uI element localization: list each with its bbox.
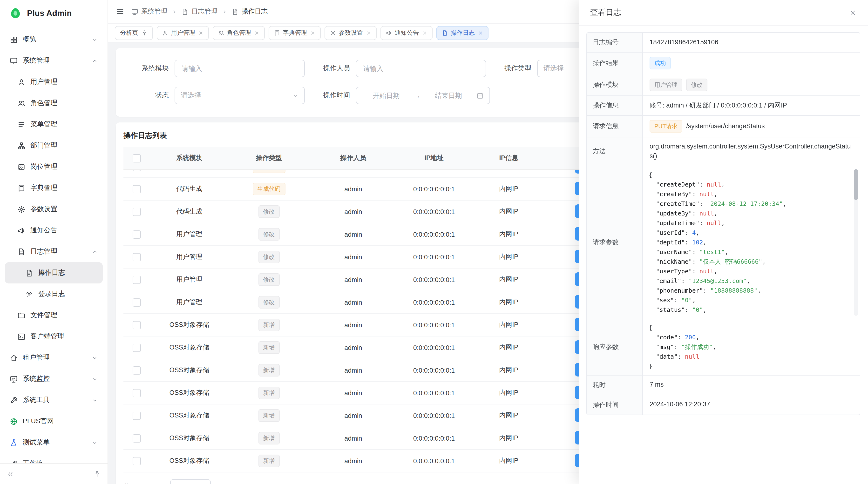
sidebar-item-role-mgmt[interactable]: 角色管理 (5, 93, 103, 114)
pin-sidebar-icon[interactable] (94, 470, 101, 478)
cell-operator: admin (309, 169, 398, 178)
cell-ip: 0:0:0:0:0:0:0:1 (398, 291, 470, 314)
sidebar-item-operation-log[interactable]: 操作日志 (5, 262, 103, 284)
tab-role-mgmt[interactable]: 角色管理 (212, 26, 265, 40)
tab-label: 用户管理 (171, 29, 195, 37)
close-icon[interactable] (849, 9, 857, 16)
tab-user-mgmt[interactable]: 用户管理 (156, 26, 209, 40)
row-checkbox[interactable] (132, 434, 141, 442)
row-checkbox[interactable] (132, 207, 141, 216)
op-type-badge: 新增 (258, 364, 279, 377)
sidebar-item-tenant-mgmt[interactable]: 租户管理 (5, 347, 103, 368)
sidebar-item-plus-site[interactable]: PLUS官网 (5, 411, 103, 432)
sidebar-item-file-mgmt[interactable]: 文件管理 (5, 305, 103, 326)
detail-label: 耗时 (587, 375, 643, 394)
sidebar-item-system-tools[interactable]: 系统工具 (5, 389, 103, 411)
code-scrollbar-thumb[interactable] (854, 169, 858, 200)
end-date-input[interactable] (424, 91, 472, 100)
sidebar-item-dept-mgmt[interactable]: 部门管理 (5, 135, 103, 156)
row-checkbox[interactable] (132, 389, 141, 397)
book-icon (18, 184, 26, 192)
cell-ip-info: 内网IP (470, 169, 547, 178)
filter-daterange-time[interactable]: → (356, 87, 490, 104)
row-checkbox[interactable] (132, 412, 141, 420)
tab-close-icon[interactable] (198, 30, 203, 35)
http-method-badge: PUT请求 (650, 120, 682, 133)
sidebar-item-param-settings[interactable]: 参数设置 (5, 199, 103, 220)
row-checkbox[interactable] (132, 253, 141, 261)
tab-operation-log[interactable]: 操作日志 (436, 26, 488, 40)
cell-ip: 0:0:0:0:0:0:0:1 (398, 314, 470, 336)
json-code-block: { "createDept": null, "createBy": null, … (649, 170, 854, 315)
tab-close-icon[interactable] (366, 30, 371, 35)
start-date-input[interactable] (362, 91, 410, 100)
hamburger-menu-icon[interactable] (116, 7, 124, 16)
detail-row-method: 方法org.dromara.system.controller.system.S… (587, 137, 860, 166)
sidebar-item-label: PLUS官网 (23, 417, 98, 426)
sidebar-item-system-mgmt[interactable]: 系统管理 (5, 50, 103, 71)
tab-param-settings[interactable]: 参数设置 (324, 26, 376, 40)
sidebar-item-system-monitor[interactable]: 系统监控 (5, 368, 103, 389)
breadcrumb-item[interactable]: 操作日志 (231, 7, 268, 16)
tab-dict-mgmt[interactable]: 字典管理 (268, 26, 320, 40)
column-header: IP信息 (470, 147, 547, 169)
sidebar-item-dict-mgmt[interactable]: 字典管理 (5, 178, 103, 199)
select-placeholder: 请选择 (544, 64, 564, 73)
detail-label: 操作结果 (587, 53, 643, 74)
filter-select-status[interactable]: 请选择 (175, 87, 305, 104)
row-checkbox[interactable] (132, 230, 141, 238)
chevron-down-icon (92, 440, 98, 446)
sidebar-item-user-mgmt[interactable]: 用户管理 (5, 71, 103, 93)
cell-module: OSS对象存储 (150, 450, 229, 472)
row-checkbox[interactable] (132, 185, 141, 193)
sidebar-item-notice[interactable]: 通知公告 (5, 220, 103, 241)
tab-close-icon[interactable] (310, 30, 315, 35)
cell-operator: admin (309, 404, 398, 427)
row-checkbox[interactable] (132, 344, 141, 352)
sidebar-item-post-mgmt[interactable]: 岗位管理 (5, 156, 103, 178)
filter-input-module[interactable] (181, 64, 299, 73)
breadcrumb-item[interactable]: 系统管理 (131, 7, 167, 16)
filter-input-operator[interactable] (362, 64, 480, 73)
select-all-checkbox[interactable] (132, 154, 141, 162)
cell-ip-info: 内网IP (470, 450, 547, 472)
code-scrollbar[interactable] (854, 169, 858, 316)
sidebar-item-test-menu[interactable]: 测试菜单 (5, 432, 103, 453)
tab-close-icon[interactable] (478, 30, 483, 35)
row-checkbox[interactable] (132, 321, 141, 329)
sidebar-item-login-log[interactable]: 登录日志 (5, 284, 103, 305)
row-checkbox[interactable] (132, 169, 141, 171)
cell-module: 用户管理 (150, 246, 229, 268)
log-icon (18, 248, 26, 256)
op-type-badge: 新增 (258, 319, 279, 331)
tab-close-icon[interactable] (254, 30, 259, 35)
cell-ip: 0:0:0:0:0:0:0:1 (398, 382, 470, 404)
sidebar-item-menu-mgmt[interactable]: 菜单管理 (5, 114, 103, 135)
filter-label: 操作人员 (309, 64, 356, 73)
tab-close-icon[interactable] (422, 30, 427, 35)
cell-module: 用户管理 (150, 223, 229, 246)
row-checkbox[interactable] (132, 366, 141, 374)
sidebar-item-workflow[interactable]: 工作流 (5, 453, 103, 463)
input-wrap (175, 60, 305, 77)
sidebar-item-overview[interactable]: 概览 (5, 29, 103, 50)
sidebar-item-label: 系统管理 (23, 56, 87, 65)
sidebar-item-client-mgmt[interactable]: 客户端管理 (5, 326, 103, 347)
row-checkbox[interactable] (132, 276, 141, 284)
request-path: /system/user/changeStatus (686, 122, 765, 131)
flow-icon (10, 460, 18, 463)
row-checkbox[interactable] (132, 457, 141, 465)
row-checkbox[interactable] (132, 298, 141, 306)
logo[interactable]: Plus Admin (0, 0, 107, 27)
sidebar-item-label: 用户管理 (30, 77, 98, 86)
tab-notice[interactable]: 通知公告 (380, 26, 432, 40)
detail-value-method: org.dromara.system.controller.system.Sys… (643, 137, 860, 166)
cell-ip: 0:0:0:0:0:0:0:1 (398, 427, 470, 450)
breadcrumb-item[interactable]: 日志管理 (181, 7, 217, 16)
cell-ip: 0:0:0:0:0:0:0:1 (398, 359, 470, 382)
page-size-select[interactable]: 20条/页 (170, 479, 211, 484)
tab-analysis[interactable]: 分析页 (115, 26, 153, 40)
sidebar-item-label: 测试菜单 (23, 438, 87, 447)
sidebar-item-log-mgmt[interactable]: 日志管理 (5, 241, 103, 262)
collapse-sidebar-icon[interactable] (7, 470, 14, 478)
